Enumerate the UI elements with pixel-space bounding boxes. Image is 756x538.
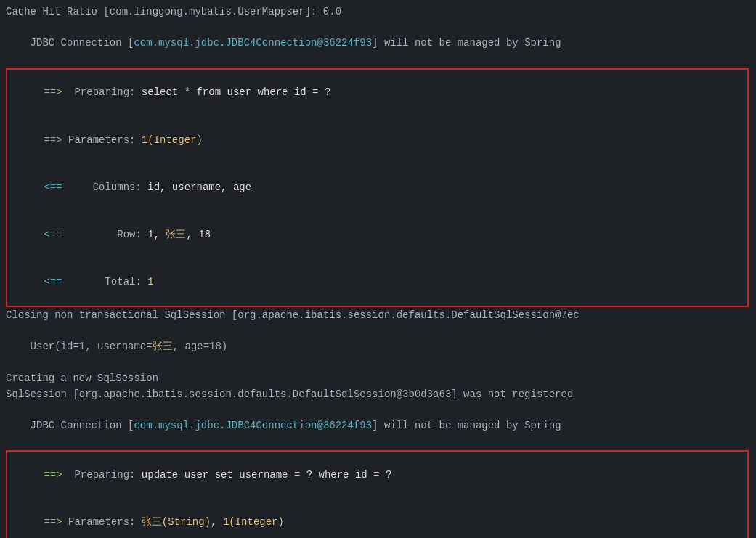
log-line-3: ==> Preparing: select * from user where … (7, 70, 747, 117)
log-line-5: <== Columns: id, username, age (7, 164, 747, 211)
log-line-9: User(id=1, username=张三, age=18) (6, 324, 750, 371)
log-line-13: ==> Preparing: update user set username … (7, 452, 747, 499)
log-line-2: JDBC Connection [com.mysql.jdbc.JDBC4Con… (6, 20, 750, 68)
log-line-8: Closing non transactional SqlSession [or… (6, 308, 750, 324)
log-line-1: Cache Hit Ratio [com.linggong.mybatis.Us… (6, 4, 750, 20)
console-output: Cache Hit Ratio [com.linggong.mybatis.Us… (6, 4, 750, 538)
log-line-11: SqlSession [org.apache.ibatis.session.de… (6, 387, 750, 403)
red-box-section-1: ==> Preparing: select * from user where … (6, 68, 749, 307)
log-line-14: ==> Parameters: 张三(String), 1(Integer) (7, 499, 747, 538)
log-line-10: Creating a new SqlSession (6, 371, 750, 387)
log-line-6: <== Row: 1, 张三, 18 (7, 211, 747, 258)
log-line-7: <== Total: 1 (7, 258, 747, 306)
log-line-12: JDBC Connection [com.mysql.jdbc.JDBC4Con… (6, 402, 750, 449)
red-box-section-2: ==> Preparing: update user set username … (6, 450, 749, 538)
log-line-4: ==> Parameters: 1(Integer) (7, 117, 747, 164)
